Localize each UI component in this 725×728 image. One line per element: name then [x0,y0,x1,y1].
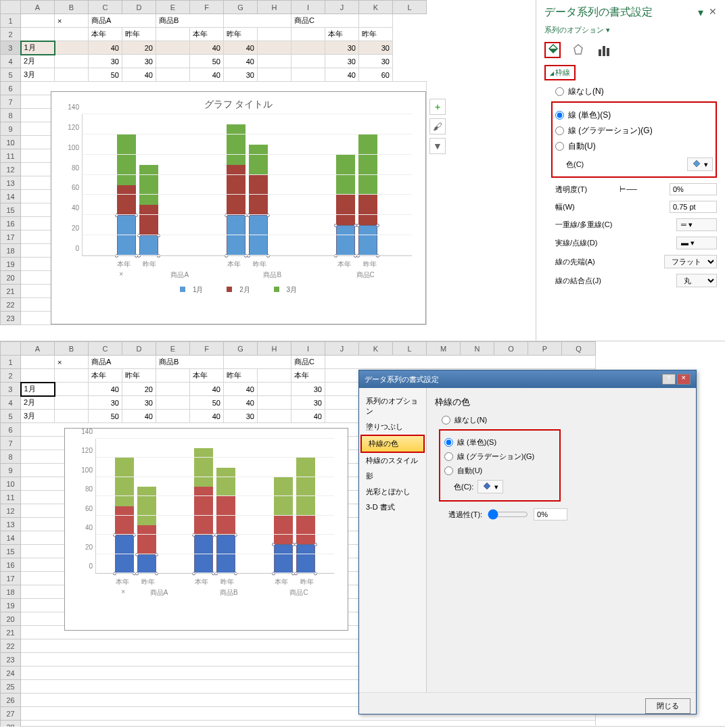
nav-glow[interactable]: 光彩とぼかし [359,484,426,500]
radio-gradient-line[interactable] [555,126,564,135]
width-input[interactable] [670,201,717,213]
chart-bar[interactable] [137,458,156,573]
cell[interactable]: × [55,14,89,28]
cap-dropdown[interactable]: フラット [664,255,717,268]
d-radio-no-line[interactable] [442,416,450,424]
active-cell-bottom[interactable]: 1月 [21,383,55,396]
chart-bar[interactable] [117,135,136,256]
d-radio-solid-line[interactable] [444,438,453,447]
chart-top[interactable]: グラフ タイトル 020406080100120140 本年昨年本年昨年本年昨年… [51,91,426,324]
chart-bar[interactable] [249,124,268,256]
corner-cell[interactable] [1,1,21,14]
dialog-help-button[interactable]: ? [662,374,676,385]
radio-auto-line[interactable] [555,142,564,151]
fill-line-tab-icon[interactable] [544,42,561,58]
chart-bar[interactable] [115,458,134,573]
chart-bar[interactable] [227,124,245,256]
d-transparency-input[interactable] [534,508,567,520]
chart-legend: 1月 2月 3月 [51,280,425,300]
chart-bar[interactable] [216,448,235,573]
svg-marker-0 [574,45,582,54]
chart-bar[interactable] [139,135,158,256]
d-radio-auto-line[interactable] [444,466,453,475]
format-pane-2013: データ系列の書式設定 ▾ ✕ 系列のオプション ▾ 枠線 線なし(N) 線 ( [536,0,725,341]
chart-filter-button[interactable]: ▼ [429,138,446,154]
effects-tab-icon[interactable] [570,42,586,58]
format-dialog-2010[interactable]: データ系列の書式設定 ? ✕ 系列のオプション 塗りつぶし 枠線の色 枠線のスタ… [358,370,697,714]
join-dropdown[interactable]: 丸 [676,274,717,287]
dialog-content-title: 枠線の色 [435,396,688,408]
active-cell[interactable]: 1月 [21,41,55,55]
chart-elements-button[interactable]: + [429,99,446,115]
pane-title: データ系列の書式設定 [544,5,653,20]
d-radio-gradient-line[interactable] [444,452,453,461]
svg-rect-1 [599,49,601,56]
nav-series-options[interactable]: 系列のオプション [359,393,426,419]
chart-bottom[interactable]: 020406080100120140 本年昨年本年昨年本年昨年 ×商品A商品B商… [64,428,348,631]
nav-shadow[interactable]: 影 [359,468,426,484]
svg-rect-3 [607,48,609,56]
dialog-title: データ系列の書式設定 [365,374,439,385]
chart-bar[interactable] [358,135,377,256]
col-header[interactable]: A [21,1,55,14]
chart-title[interactable]: グラフ タイトル [51,92,425,114]
dialog-close-button[interactable]: 閉じる [645,698,691,714]
transparency-input[interactable] [670,183,717,195]
svg-rect-2 [603,46,605,56]
radio-solid-line[interactable] [555,111,564,120]
pane-options-dropdown[interactable]: ▾ [698,6,703,19]
nav-3d[interactable]: 3-D 書式 [359,500,426,515]
series-option-dropdown[interactable]: 系列のオプション [544,26,604,34]
nav-fill[interactable]: 塗りつぶし [359,419,426,435]
dialog-nav: 系列のオプション 塗りつぶし 枠線の色 枠線のスタイル 影 光彩とぼかし 3-D… [359,388,427,692]
dash-dropdown[interactable]: ▬ ▾ [676,237,717,249]
chart-bar[interactable] [194,448,213,573]
chart-bar[interactable] [296,458,315,573]
chart-bar[interactable] [336,135,355,256]
nav-border-color[interactable]: 枠線の色 [360,435,425,453]
color-picker-button[interactable]: ▾ [687,157,713,171]
chart-styles-button[interactable]: 🖌 [429,118,446,135]
series-options-tab-icon[interactable] [596,42,612,58]
border-section-header[interactable]: 枠線 [544,65,576,80]
compound-dropdown[interactable]: ═ ▾ [676,218,717,231]
d-color-picker-button[interactable]: ▾ [477,480,503,493]
dialog-close-x-button[interactable]: ✕ [677,374,691,385]
nav-border-style[interactable]: 枠線のスタイル [359,453,426,468]
chart-bar[interactable] [274,458,293,573]
radio-no-line[interactable] [555,87,564,96]
pane-close-button[interactable]: ✕ [709,6,717,19]
d-transparency-slider[interactable] [488,509,528,520]
